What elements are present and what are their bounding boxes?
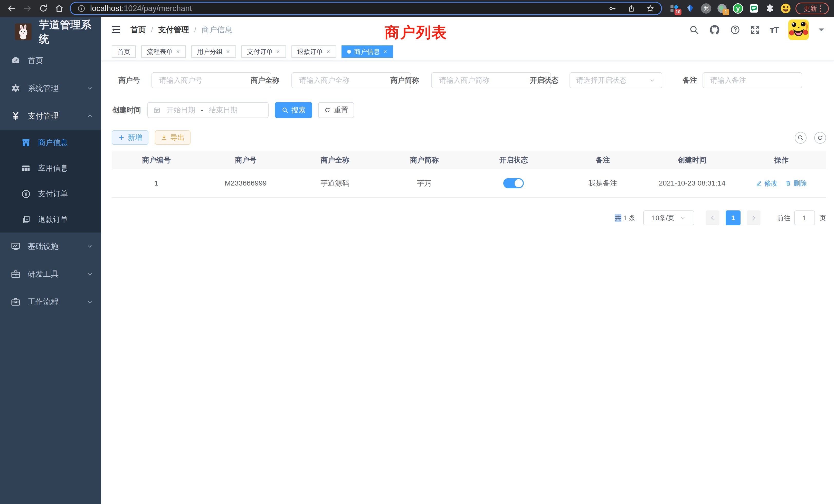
sidebar-item-label: 研发工具 xyxy=(28,269,59,279)
date-range-picker[interactable]: 开始日期 - 结束日期 xyxy=(147,102,269,118)
delete-link[interactable]: 删除 xyxy=(785,179,807,188)
app-title: 芋道管理系统 xyxy=(39,18,101,46)
close-icon[interactable] xyxy=(383,49,388,54)
trash-icon xyxy=(785,180,791,186)
browser-home-button[interactable] xyxy=(53,3,65,14)
extension-y-icon[interactable]: y xyxy=(732,3,744,14)
tab-process-form[interactable]: 流程表单 xyxy=(141,45,186,58)
chevron-down-icon xyxy=(649,77,656,84)
refresh-table-button[interactable] xyxy=(814,132,826,144)
prev-page-button[interactable] xyxy=(706,210,720,225)
chevron-left-icon xyxy=(709,214,716,221)
sidebar-item-home[interactable]: 首页 xyxy=(0,47,101,74)
sidebar-item-workflow[interactable]: 工作流程 xyxy=(0,288,101,316)
export-button[interactable]: 导出 xyxy=(155,130,191,145)
share-icon[interactable] xyxy=(627,4,636,13)
bookmark-star-icon[interactable] xyxy=(646,4,655,13)
edit-link[interactable]: 修改 xyxy=(756,179,777,188)
table-row: 1 M233666999 芋道源码 芋艿 我是备注 2021-10-23 08:… xyxy=(112,169,826,198)
tab-payment-orders[interactable]: 支付订单 xyxy=(241,45,286,58)
column-header: 商户编号 xyxy=(112,155,201,165)
extensions-puzzle-icon[interactable] xyxy=(764,3,775,14)
help-icon[interactable] xyxy=(730,25,740,35)
download-icon xyxy=(161,134,168,141)
monitor-chart-icon xyxy=(10,241,22,251)
chevron-down-icon xyxy=(680,215,686,221)
page-number-1[interactable]: 1 xyxy=(726,210,741,225)
tab-merchant-info[interactable]: 商户信息 xyxy=(342,45,393,58)
column-header: 商户号 xyxy=(201,155,290,165)
search-icon[interactable] xyxy=(689,25,699,35)
sidebar-item-merchant-info[interactable]: 商户信息 xyxy=(0,130,101,156)
sidebar-item-infrastructure[interactable]: 基础设施 xyxy=(0,232,101,260)
date-end-placeholder: 结束日期 xyxy=(209,105,238,115)
extension-grid-icon[interactable]: 10 xyxy=(668,3,680,14)
sidebar-item-refund-orders[interactable]: 退款订单 xyxy=(0,207,101,232)
documents-icon xyxy=(20,215,32,225)
tab-label: 首页 xyxy=(117,47,130,56)
browser-profile-avatar[interactable] xyxy=(780,3,791,14)
sidebar-item-system-management[interactable]: 系统管理 xyxy=(0,74,101,102)
browser-update-button[interactable]: 更新 xyxy=(795,3,829,14)
status-select[interactable]: 请选择开启状态 xyxy=(570,72,662,88)
extension-chat-icon[interactable] xyxy=(748,3,760,14)
tab-home[interactable]: 首页 xyxy=(112,45,136,58)
refresh-icon xyxy=(324,107,331,113)
goto-page-input[interactable] xyxy=(794,210,815,225)
password-key-icon[interactable] xyxy=(608,4,616,13)
status-toggle[interactable] xyxy=(503,178,524,188)
toolbox-icon xyxy=(10,269,22,279)
sidebar-item-dev-tools[interactable]: 研发工具 xyxy=(0,260,101,288)
browser-forward-button[interactable] xyxy=(22,3,34,14)
sidebar-item-label: 系统管理 xyxy=(28,83,59,94)
browser-back-button[interactable] xyxy=(6,3,18,14)
sidebar-item-payment-orders[interactable]: 支付订单 xyxy=(0,181,101,207)
github-icon[interactable] xyxy=(709,24,720,36)
extension-badge: 10 xyxy=(675,9,681,15)
tab-refund-orders[interactable]: 退款订单 xyxy=(291,45,336,58)
app-logo-row[interactable]: 芋道管理系统 xyxy=(0,17,101,47)
site-info-icon[interactable] xyxy=(77,4,86,13)
page-size-select[interactable]: 10条/页 xyxy=(643,210,694,225)
header-actions: тT xyxy=(689,20,824,40)
store-icon xyxy=(20,138,32,147)
sidebar-item-payment-management[interactable]: 支付管理 xyxy=(0,102,101,130)
add-button[interactable]: 新增 xyxy=(112,130,148,145)
sidebar-item-app-info[interactable]: 应用信息 xyxy=(0,156,101,181)
extension-command-icon[interactable]: ⌘ xyxy=(701,3,712,14)
tab-label: 流程表单 xyxy=(147,47,173,56)
close-icon[interactable] xyxy=(326,49,330,54)
reset-button[interactable]: 重置 xyxy=(318,102,354,118)
user-avatar[interactable] xyxy=(788,20,809,40)
fullscreen-icon[interactable] xyxy=(750,25,760,35)
breadcrumb-home[interactable]: 首页 xyxy=(130,25,146,35)
annotation-merchant-list: 商户列表 xyxy=(385,23,447,43)
chevron-up-icon xyxy=(86,112,93,120)
chevron-down-icon xyxy=(86,85,93,92)
close-icon[interactable] xyxy=(226,49,230,54)
next-page-button[interactable] xyxy=(747,210,761,225)
cell-merchant-no: M233666999 xyxy=(201,179,290,187)
sidebar-collapse-button[interactable] xyxy=(110,24,121,35)
sidebar-item-label: 退款订单 xyxy=(38,214,68,225)
close-icon[interactable] xyxy=(276,49,280,54)
browser-reload-button[interactable] xyxy=(38,3,49,14)
tab-user-group[interactable]: 用户分组 xyxy=(191,45,236,58)
remark-input[interactable] xyxy=(703,72,802,88)
browser-menu-icon[interactable] xyxy=(820,5,821,12)
search-button[interactable]: 搜索 xyxy=(275,102,312,118)
breadcrumb: 首页 / 支付管理 / 商户信息 xyxy=(130,25,233,35)
address-bar[interactable]: localhost:1024/pay/merchant xyxy=(70,2,662,15)
breadcrumb-payment[interactable]: 支付管理 xyxy=(158,25,189,35)
close-icon[interactable] xyxy=(176,49,180,54)
cell-full-name: 芋道源码 xyxy=(290,178,380,188)
cell-actions: 修改 删除 xyxy=(737,179,826,188)
toggle-search-button[interactable] xyxy=(795,132,807,144)
font-size-icon[interactable]: тT xyxy=(770,25,778,35)
avatar-caret-icon[interactable] xyxy=(818,28,824,34)
extension-kite-icon[interactable] xyxy=(684,3,696,14)
active-tab-dot xyxy=(347,50,351,54)
goto-label: 前往 xyxy=(777,213,790,223)
extension-recorder-icon[interactable]: 1 xyxy=(717,3,728,14)
sidebar-item-label: 支付订单 xyxy=(38,189,68,199)
